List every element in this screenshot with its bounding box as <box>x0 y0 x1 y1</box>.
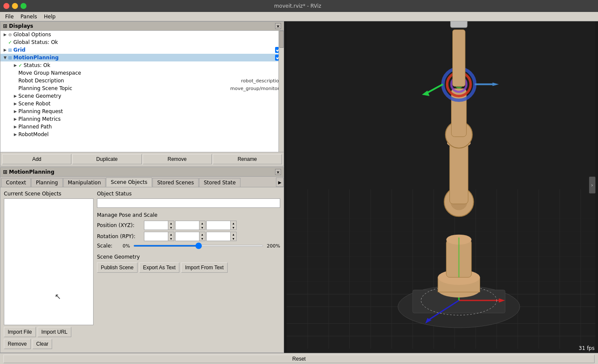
scale-label: Scale: <box>97 243 123 249</box>
rot-y-input[interactable]: 0.00 <box>207 232 230 241</box>
tree-item-planning-scene[interactable]: Planning Scene Topic move_group/monitor.… <box>0 84 284 92</box>
tree-item-global-status[interactable]: ▶ ✓ Global Status: Ok <box>0 38 284 46</box>
3d-viewport[interactable]: › 31 fps <box>284 21 598 353</box>
tab-scene-objects[interactable]: Scene Objects <box>106 178 152 187</box>
rename-button[interactable]: Rename <box>213 154 282 164</box>
pos-z-up[interactable]: ▲ <box>230 221 236 225</box>
value-planning-scene: move_group/monitor.. <box>230 86 282 91</box>
tab-stored-state[interactable]: Stored State <box>199 178 240 187</box>
tree-item-scene-robot[interactable]: ▶ Scene Robot <box>0 100 284 108</box>
pos-z-input[interactable]: 0.00 <box>207 221 230 230</box>
tree-item-planning-req[interactable]: ▶ Planning Request <box>0 108 284 115</box>
pos-y-up[interactable]: ▲ <box>199 221 205 225</box>
spinbox-pos-x: 0.00 ▲ ▼ <box>144 221 174 230</box>
displays-scrollbar[interactable] <box>278 31 284 152</box>
tab-planning[interactable]: Planning <box>31 178 63 187</box>
tree-item-robot-desc[interactable]: Robot Description robot_description <box>0 77 284 84</box>
window-controls[interactable] <box>3 3 26 9</box>
scale-min-label: 0% <box>123 243 130 249</box>
import-buttons-row: Import File Import URL <box>4 327 94 337</box>
svg-text:›: › <box>591 182 593 188</box>
cursor-indicator: ↖ <box>55 292 61 301</box>
import-file-button[interactable]: Import File <box>4 327 36 337</box>
label-status-ok: Status: Ok <box>23 62 282 68</box>
reset-button[interactable]: Reset <box>3 355 595 363</box>
tree-arrow-robot-model[interactable]: ▶ <box>12 131 18 137</box>
object-status-field <box>97 198 280 208</box>
pos-z-down[interactable]: ▼ <box>230 225 236 230</box>
motion-panel-close[interactable]: × <box>275 169 281 175</box>
tree-item-global-options[interactable]: ▶ ⊕ Global Options <box>0 31 284 38</box>
tree-arrow-grid[interactable]: ▶ <box>2 47 8 53</box>
add-button[interactable]: Add <box>2 154 71 164</box>
tree-arrow-planned-path[interactable]: ▶ <box>12 124 18 130</box>
pos-y-input[interactable]: 0.00 <box>176 221 199 230</box>
tree-item-planning-metrics[interactable]: ▶ Planning Metrics <box>0 115 284 123</box>
tab-manipulation[interactable]: Manipulation <box>63 178 106 187</box>
scrollbar-thumb[interactable] <box>279 31 284 48</box>
titlebar: moveit.rviz* - RViz <box>0 0 598 12</box>
scale-slider[interactable] <box>133 245 263 247</box>
position-label: Position (XYZ): <box>97 222 144 228</box>
tree-item-status-ok[interactable]: ▶ ✓ Status: Ok <box>0 61 284 69</box>
label-scene-geometry: Scene Geometry <box>18 93 282 99</box>
tree-item-move-group[interactable]: Move Group Namespace <box>0 69 284 77</box>
rot-p-down[interactable]: ▼ <box>199 236 205 241</box>
clear-button[interactable]: Clear <box>32 339 53 349</box>
rot-r-input[interactable]: 0.00 <box>144 232 168 241</box>
pos-y-down[interactable]: ▼ <box>199 225 205 230</box>
tab-scroll-button[interactable]: ▶ <box>276 178 284 187</box>
remove-object-button[interactable]: Remove <box>4 339 31 349</box>
tab-context[interactable]: Context <box>1 178 31 187</box>
menu-panels[interactable]: Panels <box>17 13 41 20</box>
tree-arrow-scene-geo[interactable]: ▶ <box>12 93 18 99</box>
menu-help[interactable]: Help <box>41 13 59 20</box>
rot-y-up[interactable]: ▲ <box>230 232 236 236</box>
tree-arrow-scene-robot[interactable]: ▶ <box>12 101 18 107</box>
tree-arrow-motion[interactable]: ▼ <box>2 55 8 61</box>
tree-arrow-status-ok[interactable]: ▶ <box>12 62 18 68</box>
rotation-row: Rotation (RPY): 0.00 ▲ ▼ <box>97 232 280 241</box>
rotation-label: Rotation (RPY): <box>97 233 144 239</box>
duplicate-button[interactable]: Duplicate <box>72 154 141 164</box>
menu-file[interactable]: File <box>2 13 17 20</box>
scene-geometry-section: Scene Geometry Publish Scene Export As T… <box>97 254 280 273</box>
main-layout: ⊞ Displays × ▶ ⊕ Global Options ▶ ✓ Glob… <box>0 21 598 353</box>
robot-viewport-svg: › <box>284 21 598 353</box>
export-as-text-button[interactable]: Export As Text <box>139 262 179 273</box>
publish-scene-button[interactable]: Publish Scene <box>97 262 138 273</box>
spinbox-rot-y-btns: ▲ ▼ <box>230 232 236 241</box>
minimize-button[interactable] <box>12 3 18 9</box>
close-button[interactable] <box>3 3 9 9</box>
rot-y-down[interactable]: ▼ <box>230 236 236 241</box>
pos-x-down[interactable]: ▼ <box>168 225 174 230</box>
tab-stored-scenes[interactable]: Stored Scenes <box>152 178 199 187</box>
tree-arrow-global-options[interactable]: ▶ <box>2 32 8 38</box>
tree-item-planned-path[interactable]: ▶ Planned Path <box>0 123 284 131</box>
rot-p-input[interactable]: 0.00 <box>176 232 199 241</box>
tree-item-scene-geometry[interactable]: ▶ Scene Geometry <box>0 92 284 100</box>
rot-r-up[interactable]: ▲ <box>168 232 174 236</box>
label-global-status: Global Status: Ok <box>13 39 282 45</box>
check-icon-ok: ✓ <box>18 63 22 68</box>
displays-close-button[interactable]: × <box>275 23 281 29</box>
remove-button[interactable]: Remove <box>143 154 212 164</box>
spinbox-rot-y: 0.00 ▲ ▼ <box>206 232 237 241</box>
pos-x-up[interactable]: ▲ <box>168 221 174 225</box>
import-url-button[interactable]: Import URL <box>38 327 71 337</box>
tree-item-grid[interactable]: ▶ ⊞ Grid <box>0 46 284 54</box>
scene-geometry-title: Scene Geometry <box>97 254 280 260</box>
tree-item-robot-model[interactable]: ▶ RobotModel <box>0 131 284 138</box>
objects-list[interactable]: ↖ <box>4 198 94 325</box>
rot-p-up[interactable]: ▲ <box>199 232 205 236</box>
tree-arrow-planning-req[interactable]: ▶ <box>12 108 18 114</box>
displays-icon: ⊞ <box>3 23 7 29</box>
rot-r-down[interactable]: ▼ <box>168 236 174 241</box>
pos-x-input[interactable]: 0.00 <box>144 221 168 230</box>
tree-arrow-planning-metrics[interactable]: ▶ <box>12 116 18 122</box>
tree-item-motion-planning[interactable]: ▼ ⊞ MotionPlanning <box>0 54 284 61</box>
label-scene-robot: Scene Robot <box>18 101 282 107</box>
globe-icon: ⊕ <box>8 32 12 38</box>
maximize-button[interactable] <box>21 3 26 9</box>
import-from-text-button[interactable]: Import From Text <box>181 262 227 273</box>
